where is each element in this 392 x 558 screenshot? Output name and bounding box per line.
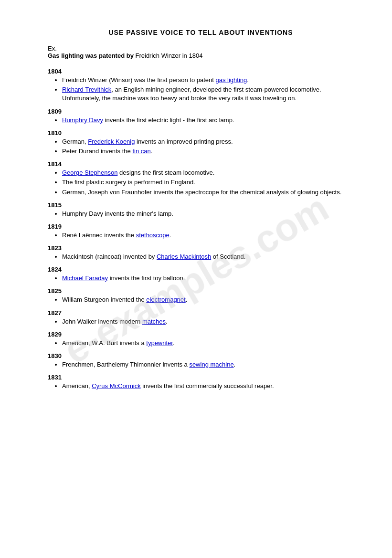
year-label: 1810	[48, 129, 354, 137]
year-label: 1829	[48, 331, 354, 338]
year-section-1831: 1831American, Cyrus McCormick invents th…	[48, 374, 354, 390]
year-list: Frenchmen, Barthelemy Thimonnier invents…	[62, 360, 354, 369]
example-label: Ex.	[48, 45, 354, 52]
year-list: John Walker invents modern matches.	[62, 317, 354, 326]
year-list: American, Cyrus McCormick invents the fi…	[62, 382, 354, 390]
year-list: Freidrich Winzer (Winsor) was the first …	[62, 76, 354, 103]
list-item: German, Frederick Koenig invents an impr…	[62, 137, 354, 146]
year-label: 1824	[48, 266, 354, 273]
inventor-link[interactable]: Frederick Koenig	[88, 138, 135, 145]
inventor-link[interactable]: electromagnet	[146, 296, 185, 303]
inventor-link[interactable]: Cyrus McCormick	[92, 382, 141, 390]
page-title: USE PASSIVE VOICE TO TELL ABOUT INVENTIO…	[48, 29, 354, 36]
inventor-link[interactable]: matches	[142, 318, 166, 325]
year-section-1804: 1804Freidrich Winzer (Winsor) was the fi…	[48, 68, 354, 103]
year-section-1814: 1814George Stephenson designs the first …	[48, 160, 354, 197]
year-label: 1825	[48, 287, 354, 295]
list-item: Mackintosh (raincoat) invented by Charle…	[62, 253, 354, 261]
list-item: George Stephenson designs the first stea…	[62, 168, 354, 177]
year-label: 1809	[48, 108, 354, 115]
year-list: George Stephenson designs the first stea…	[62, 168, 354, 197]
list-item: German, Joseph von Fraunhofer invents th…	[62, 188, 354, 197]
year-label: 1814	[48, 160, 354, 168]
inventor-link[interactable]: George Stephenson	[62, 169, 117, 176]
year-section-1830: 1830Frenchmen, Barthelemy Thimonnier inv…	[48, 352, 354, 369]
year-list: Humphry Davy invents the miner's lamp.	[62, 210, 354, 218]
year-list: German, Frederick Koenig invents an impr…	[62, 137, 354, 156]
list-item: American, Cyrus McCormick invents the fi…	[62, 382, 354, 390]
list-item: Freidrich Winzer (Winsor) was the first …	[62, 76, 354, 84]
list-item: Frenchmen, Barthelemy Thimonnier invents…	[62, 360, 354, 369]
list-item: American, W.A. Burt invents a typewriter…	[62, 339, 354, 347]
list-item: William Sturgeon invented the electromag…	[62, 295, 354, 304]
year-label: 1830	[48, 352, 354, 359]
inventor-link[interactable]: tin can	[132, 147, 150, 155]
inventor-link[interactable]: Michael Faraday	[62, 274, 108, 282]
year-section-1819: 1819René Laënnec invents the stethoscope…	[48, 223, 354, 240]
year-list: American, W.A. Burt invents a typewriter…	[62, 339, 354, 347]
year-list: Michael Faraday invents the first toy ba…	[62, 274, 354, 283]
year-section-1815: 1815Humphry Davy invents the miner's lam…	[48, 201, 354, 218]
year-list: René Laënnec invents the stethoscope.	[62, 231, 354, 240]
year-list: Humphry Davy invents the first electric …	[62, 116, 354, 125]
year-label: 1823	[48, 244, 354, 252]
inventor-link[interactable]: sewing machine	[189, 361, 233, 368]
year-list: Mackintosh (raincoat) invented by Charle…	[62, 253, 354, 261]
year-section-1809: 1809Humphry Davy invents the first elect…	[48, 108, 354, 125]
example-rest: Freidrich Winzer in 1804	[134, 52, 203, 59]
list-item: Michael Faraday invents the first toy ba…	[62, 274, 354, 283]
list-item: Peter Durand invents the tin can.	[62, 147, 354, 156]
list-item: Humphry Davy invents the first electric …	[62, 116, 354, 125]
year-section-1824: 1824Michael Faraday invents the first to…	[48, 266, 354, 283]
list-item: John Walker invents modern matches.	[62, 317, 354, 326]
inventor-link[interactable]: gas lighting	[216, 76, 247, 84]
year-label: 1804	[48, 68, 354, 75]
years-container: 1804Freidrich Winzer (Winsor) was the fi…	[48, 68, 354, 390]
year-section-1829: 1829American, W.A. Burt invents a typewr…	[48, 331, 354, 347]
year-label: 1815	[48, 201, 354, 209]
inventor-link[interactable]: Richard Trevithick	[62, 86, 111, 93]
inventor-link[interactable]: typewriter	[146, 339, 173, 347]
year-label: 1827	[48, 309, 354, 316]
inventor-link[interactable]: Charles Mackintosh	[157, 253, 211, 260]
year-label: 1819	[48, 223, 354, 230]
list-item: The first plastic surgery is performed i…	[62, 178, 354, 187]
year-section-1827: 1827John Walker invents modern matches.	[48, 309, 354, 326]
example-bold: Gas lighting was patented by	[48, 52, 134, 59]
list-item: Richard Trevithick, an English mining en…	[62, 85, 354, 103]
example-block: Ex. Gas lighting was patented by Freidri…	[48, 45, 354, 59]
inventor-link[interactable]: Humphry Davy	[62, 116, 103, 124]
inventor-link[interactable]: stethoscope	[136, 232, 170, 239]
year-section-1823: 1823Mackintosh (raincoat) invented by Ch…	[48, 244, 354, 261]
list-item: Humphry Davy invents the miner's lamp.	[62, 210, 354, 218]
example-sentence: Gas lighting was patented by Freidrich W…	[48, 52, 354, 59]
year-label: 1831	[48, 374, 354, 381]
list-item: René Laënnec invents the stethoscope.	[62, 231, 354, 240]
year-section-1810: 1810German, Frederick Koenig invents an …	[48, 129, 354, 156]
year-section-1825: 1825William Sturgeon invented the electr…	[48, 287, 354, 304]
year-list: William Sturgeon invented the electromag…	[62, 295, 354, 304]
